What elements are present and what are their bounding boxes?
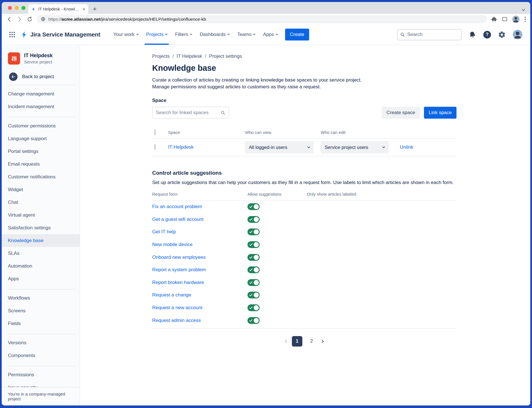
nav-projects[interactable]: Projects <box>143 24 171 45</box>
allow-suggestions-toggle[interactable] <box>247 203 260 210</box>
breadcrumb-settings[interactable]: Project settings <box>209 54 242 59</box>
sidebar-item-virtual-agent[interactable]: Virtual agent <box>2 209 80 221</box>
request-form-link[interactable]: Request admin access <box>152 318 247 323</box>
sidebar-item-chat[interactable]: Chat <box>2 196 80 209</box>
create-space-button[interactable]: Create space <box>382 107 420 119</box>
sidebar-item-slas[interactable]: SLAs <box>2 247 80 260</box>
select-all-checkbox[interactable] <box>154 129 156 135</box>
col-header-request-form: Request form <box>152 192 247 196</box>
sidebar-item-permissions[interactable]: Permissions <box>2 368 80 381</box>
sidebar-item-issue-security[interactable]: Issue security <box>2 381 80 387</box>
allow-suggestions-toggle[interactable] <box>247 254 260 261</box>
address-input[interactable]: https://acme.atlassian.net/jira/serviced… <box>37 15 487 23</box>
allow-suggestions-toggle[interactable] <box>247 279 260 286</box>
notifications-bell-icon[interactable] <box>468 30 477 39</box>
nav-your-work[interactable]: Your work <box>110 24 142 45</box>
app-name: Jira Service Management <box>30 31 100 38</box>
request-form-link[interactable]: Request a new account <box>152 305 247 311</box>
allow-suggestions-toggle[interactable] <box>247 317 260 324</box>
unlink-button[interactable]: Unlink <box>400 144 413 150</box>
allow-suggestions-toggle[interactable] <box>247 292 260 298</box>
sidebar-item-incident-management[interactable]: Incident management <box>2 100 80 113</box>
request-form-link[interactable]: Onboard new employees <box>152 255 247 260</box>
col-header-only-show-labeled: Only show articles labeled <box>307 192 456 196</box>
sidebar-item-workflows[interactable]: Workflows <box>2 292 80 304</box>
close-window-button[interactable] <box>8 6 12 10</box>
request-form-link[interactable]: Report broken hardware <box>152 280 247 285</box>
refresh-icon[interactable] <box>27 16 33 22</box>
extensions-puzzle-icon[interactable] <box>491 16 497 22</box>
request-form-link[interactable]: Get IT help <box>152 229 247 235</box>
page-title: Knowledge base <box>152 63 456 73</box>
request-form-link[interactable]: Request a change <box>152 292 247 298</box>
side-panel-icon[interactable] <box>502 16 508 22</box>
back-to-project[interactable]: Back to project <box>2 72 80 81</box>
sidebar-item-widget[interactable]: Widget <box>2 183 80 196</box>
nav-teams[interactable]: Teams <box>234 24 259 45</box>
prev-page-icon[interactable] <box>285 339 288 343</box>
suggestion-row-report-a-system-problem: Report a system problem <box>152 264 456 276</box>
linked-spaces-search[interactable] <box>152 107 229 119</box>
sidebar-item-customer-notifications[interactable]: Customer notifications <box>2 170 80 183</box>
sidebar-item-fields[interactable]: Fields <box>2 317 80 330</box>
link-space-button[interactable]: Link space <box>424 107 456 119</box>
request-form-link[interactable]: Report a system problem <box>152 267 247 273</box>
request-form-link[interactable]: New mobile device <box>152 242 247 247</box>
minimize-window-button[interactable] <box>15 6 19 10</box>
page-1-button[interactable]: 1 <box>292 336 302 347</box>
user-avatar[interactable] <box>513 30 522 39</box>
sidebar-item-portal-settings[interactable]: Portal settings <box>2 145 80 158</box>
page-2-button[interactable]: 2 <box>306 336 317 347</box>
sidebar-item-satisfaction-settings[interactable]: Satisfaction settings <box>2 221 80 234</box>
app-switcher-icon[interactable] <box>8 31 16 38</box>
chevron-down-icon <box>253 33 255 35</box>
browser-menu-icon[interactable] <box>524 16 526 22</box>
sidebar-item-screens[interactable]: Screens <box>2 304 80 317</box>
next-page-icon[interactable] <box>320 339 324 343</box>
sidebar-item-knowledge-base[interactable]: Knowledge base <box>2 234 80 247</box>
browser-profile-avatar[interactable] <box>512 16 520 23</box>
chevron-down-icon <box>190 33 192 35</box>
suggestions-list: Fix an account problemGet a guest wifi a… <box>152 200 456 329</box>
sidebar-item-automation[interactable]: Automation <box>2 260 80 272</box>
space-link[interactable]: IT Helpdesk <box>168 144 193 150</box>
request-form-link[interactable]: Get a guest wifi account <box>152 217 247 222</box>
request-form-link[interactable]: Fix an account problem <box>152 204 247 210</box>
global-search[interactable] <box>397 29 462 40</box>
sidebar-item-customer-permissions[interactable]: Customer permissions <box>2 119 80 132</box>
sidebar-item-apps[interactable]: Apps <box>2 272 80 285</box>
back-icon[interactable] <box>6 16 12 22</box>
sidebar-item-language-support[interactable]: Language support <box>2 132 80 145</box>
sidebar-item-components[interactable]: Components <box>2 349 80 362</box>
allow-suggestions-toggle[interactable] <box>247 304 260 311</box>
who-can-edit-select[interactable]: Service project users <box>321 141 389 153</box>
row-checkbox[interactable] <box>154 144 156 150</box>
browser-tab[interactable]: IT Helpdesk - Knowledge base ✕ <box>28 4 88 14</box>
breadcrumb-projects[interactable]: Projects <box>152 54 169 59</box>
linked-spaces-search-input[interactable] <box>156 110 218 116</box>
maximize-window-button[interactable] <box>21 6 25 10</box>
app-logo[interactable]: Jira Service Management <box>20 31 100 39</box>
nav-filters[interactable]: Filters <box>172 24 195 45</box>
who-can-view-select[interactable]: All logged-in users <box>245 141 314 153</box>
allow-suggestions-toggle[interactable] <box>247 241 260 248</box>
allow-suggestions-toggle[interactable] <box>247 216 260 223</box>
create-button[interactable]: Create <box>285 29 309 40</box>
sidebar-item-versions[interactable]: Versions <box>2 336 80 349</box>
breadcrumb-project[interactable]: IT Helpdesk <box>176 54 202 59</box>
global-search-input[interactable] <box>407 32 458 37</box>
allow-suggestions-toggle[interactable] <box>247 228 260 235</box>
sidebar-item-email-requests[interactable]: Email requests <box>2 158 80 170</box>
allow-suggestions-toggle[interactable] <box>247 266 260 273</box>
help-icon[interactable]: ? <box>483 31 491 39</box>
settings-gear-icon[interactable] <box>498 31 506 39</box>
tab-list-chevron-icon[interactable] <box>522 7 525 9</box>
tab-close-icon[interactable]: ✕ <box>82 7 85 11</box>
nav-dashboards[interactable]: Dashboards <box>196 24 233 45</box>
sidebar-divider <box>7 117 75 117</box>
forward-icon[interactable] <box>16 16 23 22</box>
new-tab-button[interactable]: + <box>91 5 99 13</box>
nav-apps[interactable]: Apps <box>260 24 281 45</box>
sidebar-item-change-management[interactable]: Change management <box>2 87 80 100</box>
window-controls <box>8 6 25 10</box>
